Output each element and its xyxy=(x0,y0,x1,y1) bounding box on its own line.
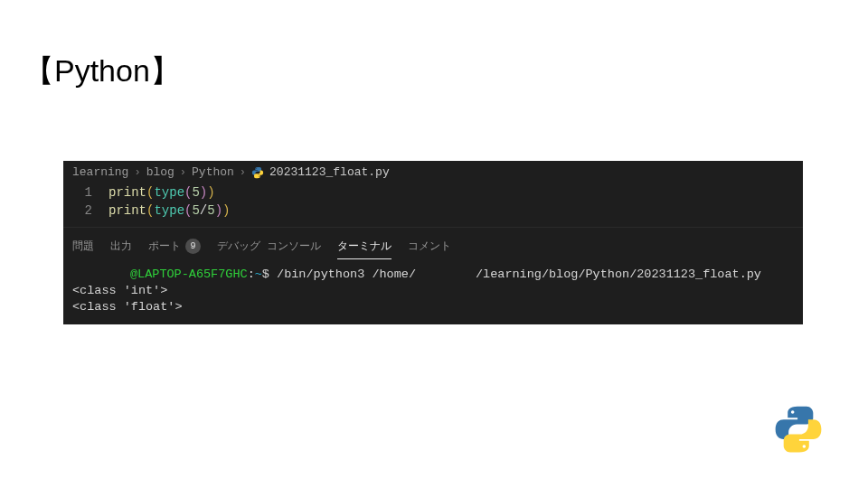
breadcrumb[interactable]: learning › blog › Python › 20231123_floa… xyxy=(63,161,803,183)
tab-output[interactable]: 出力 xyxy=(110,239,132,254)
terminal-cwd: ~ xyxy=(255,267,262,281)
line-number: 2 xyxy=(63,202,108,221)
terminal-cmd: /bin/python3 /home/ xyxy=(277,267,416,281)
terminal-cmd: /learning/blog/Python/20231123_float.py xyxy=(476,267,761,281)
editor-window: learning › blog › Python › 20231123_floa… xyxy=(63,161,803,324)
chevron-right-icon: › xyxy=(180,165,186,181)
tab-ports-label: ポート xyxy=(148,239,181,254)
code-text: print(type(5)) xyxy=(108,184,215,202)
code-text: print(type(5/5)) xyxy=(108,202,230,221)
chevron-right-icon: › xyxy=(240,165,246,181)
tab-debug-console[interactable]: デバッグ コンソール xyxy=(217,239,321,254)
terminal-colon: : xyxy=(248,267,255,281)
bracket-close: 】 xyxy=(150,53,181,88)
code-line: 1 print(type(5)) xyxy=(63,184,803,202)
ports-count-badge: 9 xyxy=(185,239,201,254)
terminal-prompt: $ xyxy=(262,267,269,281)
python-file-icon xyxy=(251,166,264,179)
title-text: Python xyxy=(54,53,150,88)
tab-terminal[interactable]: ターミナル xyxy=(337,239,392,254)
breadcrumb-seg[interactable]: blog xyxy=(146,164,175,181)
terminal-host: @LAPTOP-A65F7GHC xyxy=(130,267,248,281)
panel-tabs: 問題 出力 ポート 9 デバッグ コンソール ターミナル コメント xyxy=(63,227,803,261)
breadcrumb-seg[interactable]: Python xyxy=(192,164,234,181)
terminal-output[interactable]: @LAPTOP-A65F7GHC:~$ /bin/python3 /home//… xyxy=(63,261,803,324)
code-line: 2 print(type(5/5)) xyxy=(63,202,803,221)
python-logo-icon xyxy=(772,403,825,455)
line-number: 1 xyxy=(63,184,108,202)
tab-ports[interactable]: ポート 9 xyxy=(148,239,201,254)
tab-comments[interactable]: コメント xyxy=(408,239,451,254)
page-title: 【Python】 xyxy=(24,51,181,92)
breadcrumb-seg[interactable]: learning xyxy=(72,164,128,181)
chevron-right-icon: › xyxy=(134,165,140,181)
tab-problems[interactable]: 問題 xyxy=(72,239,94,254)
bracket-open: 【 xyxy=(24,53,54,88)
terminal-line: <class 'float'> xyxy=(72,300,183,314)
breadcrumb-file[interactable]: 20231123_float.py xyxy=(269,164,390,181)
terminal-line: <class 'int'> xyxy=(72,284,167,297)
code-editor[interactable]: 1 print(type(5)) 2 print(type(5/5)) xyxy=(63,183,803,227)
